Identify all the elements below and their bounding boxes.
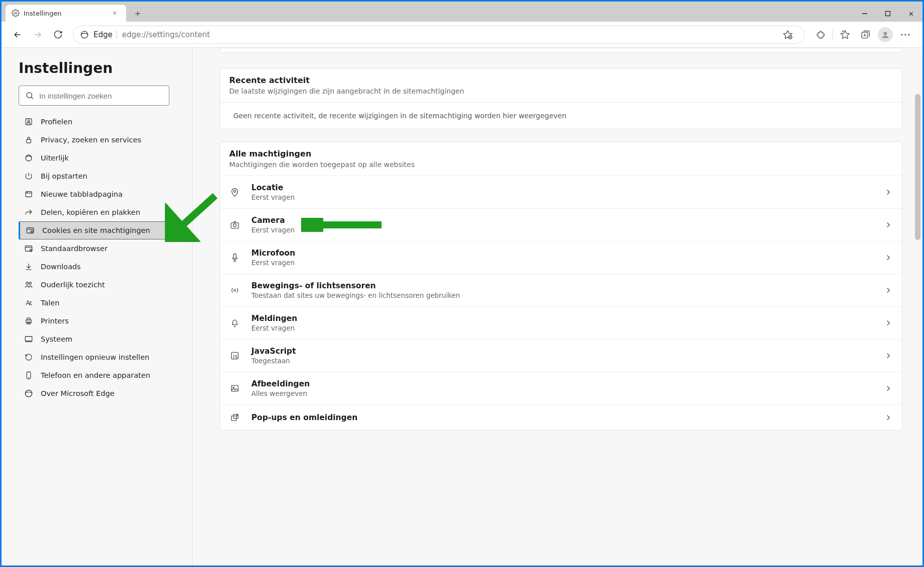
sidebar-item-label: Ouderlijk toezicht	[41, 281, 105, 289]
sidebar-item-phone[interactable]: Telefoon en andere apparaten	[19, 366, 169, 384]
tab-title: Instellingen	[24, 10, 104, 17]
maximize-button[interactable]	[876, 6, 899, 22]
sidebar-item-reset[interactable]: Instellingen opnieuw instellen	[19, 348, 169, 366]
permission-js[interactable]: JavaScriptToegestaan	[220, 339, 902, 372]
sidebar-item-appearance[interactable]: Uiterlijk	[19, 149, 169, 167]
allperms-sub: Machtigingen die worden toegepast op all…	[229, 160, 893, 169]
sidebar-item-label: Privacy, zoeken en services	[41, 136, 141, 144]
sidebar-item-download[interactable]: Downloads	[19, 258, 169, 276]
svg-point-13	[28, 120, 30, 122]
address-url: edge://settings/content	[122, 30, 210, 39]
new-tab-button[interactable]	[129, 6, 146, 22]
forward-button[interactable]	[29, 26, 47, 44]
settings-search-input[interactable]	[39, 92, 163, 100]
address-bar[interactable]: Edge edge://settings/content	[73, 26, 804, 44]
browser-tab[interactable]: Instellingen	[6, 5, 126, 22]
sidebar-item-label: Downloads	[41, 263, 81, 271]
sidebar-item-share[interactable]: Delen, kopiëren en plakken	[19, 203, 169, 221]
permission-camera[interactable]: CameraEerst vragen	[220, 208, 902, 241]
permission-sub: Eerst vragen	[251, 259, 884, 267]
sidebar-item-label: Profielen	[41, 118, 72, 126]
toolbar: Edge edge://settings/content	[2, 22, 922, 48]
svg-point-22	[29, 282, 32, 285]
family-icon	[24, 280, 34, 290]
system-icon	[24, 334, 34, 344]
reset-icon	[24, 352, 34, 362]
menu-button[interactable]	[895, 26, 915, 44]
camera-icon	[229, 219, 240, 230]
sidebar-item-user[interactable]: Profielen	[19, 113, 169, 131]
settings-heading: Instellingen	[19, 60, 184, 76]
svg-point-11	[27, 93, 32, 98]
refresh-button[interactable]	[49, 26, 67, 44]
add-favorite-icon[interactable]	[778, 26, 798, 44]
permission-popup[interactable]: Pop-ups en omleidingen	[220, 404, 902, 430]
permission-sub: Eerst vragen	[251, 193, 884, 201]
tab-close-button[interactable]	[108, 7, 121, 20]
sidebar-item-label: Telefoon en andere apparaten	[41, 371, 150, 379]
chevron-right-icon	[884, 188, 893, 197]
permission-sub: Toestaan dat sites uw bewegings- en lich…	[251, 291, 884, 299]
permission-image[interactable]: AfbeeldingenAlles weergeven	[220, 372, 902, 404]
chevron-right-icon	[884, 384, 893, 393]
svg-rect-16	[26, 192, 32, 197]
permission-location[interactable]: LocatieEerst vragen	[220, 176, 902, 208]
sidebar-item-label: Printers	[41, 317, 69, 325]
permission-mic[interactable]: MicrofoonEerst vragen	[220, 241, 902, 274]
sidebar-item-printer[interactable]: Printers	[19, 312, 169, 330]
back-button[interactable]	[9, 26, 27, 44]
sidebar-item-label: Instellingen opnieuw instellen	[41, 353, 149, 361]
permission-title: Afbeeldingen	[251, 379, 884, 388]
collections-icon[interactable]	[855, 26, 875, 44]
sidebar-item-lock[interactable]: Privacy, zoeken en services	[19, 131, 169, 149]
settings-search[interactable]	[19, 86, 169, 106]
svg-point-28	[25, 390, 32, 397]
permission-sub: Alles weergeven	[251, 389, 884, 397]
tabpage-icon	[24, 189, 34, 199]
sidebar-item-family[interactable]: Ouderlijk toezicht	[19, 276, 169, 294]
sidebar-item-edge[interactable]: Over Microsoft Edge	[19, 384, 169, 402]
sidebar-item-label: Talen	[41, 299, 59, 307]
sidebar-item-label: Uiterlijk	[41, 154, 69, 162]
sidebar-item-tabpage[interactable]: Nieuwe tabbladpagina	[19, 185, 169, 203]
scrollbar-thumb[interactable]	[915, 94, 920, 240]
sidebar-item-cookies[interactable]: Cookies en site machtigingen	[19, 221, 169, 239]
appearance-icon	[24, 153, 34, 163]
sidebar-item-power[interactable]: Bij opstarten	[19, 167, 169, 185]
svg-point-7	[884, 32, 887, 35]
permission-sensor[interactable]: Bewegings- of lichtsensorenToestaan dat …	[220, 274, 902, 306]
browser-icon	[24, 244, 34, 254]
profile-button[interactable]	[875, 26, 895, 44]
sidebar-item-system[interactable]: Systeem	[19, 330, 169, 348]
svg-point-10	[908, 34, 909, 35]
recent-title: Recente activiteit	[229, 75, 893, 85]
favorites-icon[interactable]	[835, 26, 855, 44]
settings-main: Recente activiteit De laatste wijziginge…	[193, 48, 922, 565]
location-icon	[229, 187, 240, 198]
printer-icon	[24, 316, 34, 326]
permission-title: Microfoon	[251, 249, 884, 258]
address-label: Edge	[94, 30, 113, 39]
svg-rect-32	[234, 254, 236, 259]
minimize-button[interactable]	[853, 6, 876, 22]
bell-icon	[229, 317, 240, 329]
titlebar: Instellingen	[2, 2, 922, 22]
sidebar-item-label: Bij opstarten	[41, 172, 87, 180]
image-icon	[229, 383, 240, 394]
permission-sub: Eerst vragen	[251, 226, 884, 234]
permission-title: JavaScript	[251, 347, 884, 356]
permission-bell[interactable]: MeldingenEerst vragen	[220, 306, 902, 339]
sidebar-item-browser[interactable]: Standaardbrowser	[19, 239, 169, 258]
chevron-right-icon	[884, 286, 893, 295]
svg-rect-35	[231, 385, 238, 391]
sidebar-item-language[interactable]: Talen	[19, 294, 169, 312]
extensions-icon[interactable]	[810, 26, 830, 44]
close-window-button[interactable]	[899, 6, 922, 22]
recent-sub: De laatste wijzigingen die zijn aangebra…	[229, 87, 893, 95]
chevron-right-icon	[884, 318, 893, 328]
sidebar-item-label: Cookies en site machtigingen	[42, 226, 150, 234]
chevron-right-icon	[884, 413, 893, 422]
permission-title: Bewegings- of lichtsensoren	[251, 281, 884, 290]
chevron-right-icon	[884, 220, 893, 229]
settings-sidebar: Instellingen ProfielenPrivacy, zoeken en…	[2, 48, 193, 565]
